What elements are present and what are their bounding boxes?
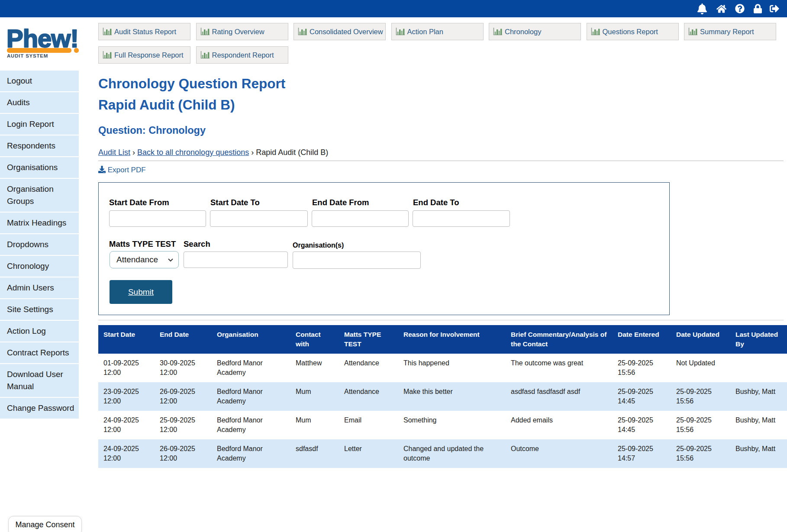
- svg-text:AUDIT SYSTEM: AUDIT SYSTEM: [7, 53, 48, 58]
